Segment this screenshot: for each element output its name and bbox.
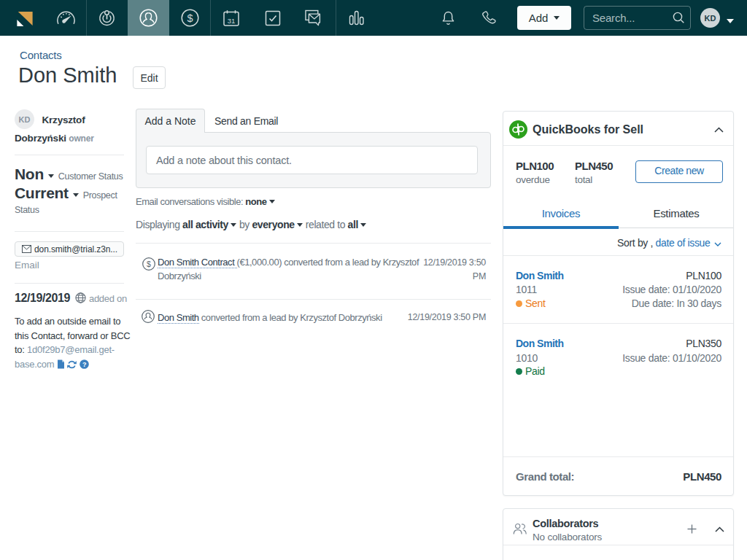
svg-text:$: $ — [187, 12, 193, 24]
svg-text:?: ? — [82, 360, 85, 368]
svg-text:$: $ — [147, 260, 151, 268]
svg-text:31: 31 — [227, 16, 235, 24]
